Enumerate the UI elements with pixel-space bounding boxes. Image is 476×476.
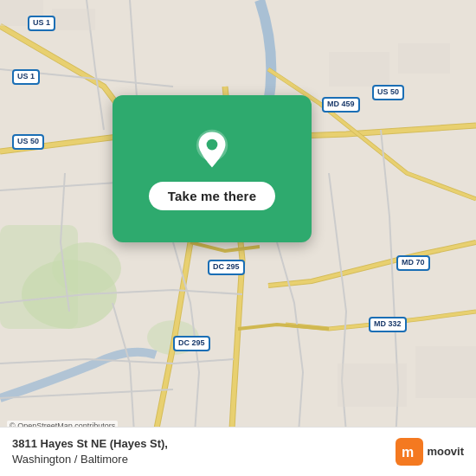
svg-text:m: m	[402, 445, 414, 460]
road-badge-dc295-bottom: DC 295	[173, 336, 210, 351]
road-badge-us50-left: US 50	[12, 134, 44, 150]
bottom-bar: 3811 Hayes St NE (Hayes St), Washington …	[0, 427, 476, 476]
moovit-logo: m moovit	[396, 438, 464, 466]
svg-rect-7	[329, 52, 389, 87]
address-city: Washington / Baltimore	[12, 452, 168, 467]
svg-rect-8	[398, 43, 450, 74]
road-badge-us1-left: US 1	[12, 69, 40, 85]
address-block: 3811 Hayes St NE (Hayes St), Washington …	[12, 436, 168, 467]
road-badge-dc295-center: DC 295	[208, 260, 245, 275]
road-badge-us1-top: US 1	[28, 16, 55, 31]
road-badge-us50-right: US 50	[372, 85, 404, 100]
take-me-there-button[interactable]: Take me there	[149, 182, 275, 210]
road-badge-md70: MD 70	[396, 255, 430, 271]
road-badge-md332: MD 332	[369, 317, 407, 332]
location-card[interactable]: Take me there	[113, 95, 312, 242]
address-street: 3811 Hayes St NE (Hayes St),	[12, 436, 168, 452]
svg-rect-3	[0, 225, 78, 329]
road-badge-md459: MD 459	[322, 97, 360, 113]
svg-rect-10	[415, 346, 476, 398]
svg-rect-6	[52, 9, 95, 30]
moovit-logo-icon: m	[396, 438, 423, 466]
map-container: US 1 US 1 US 50 US 50 MD 459 DC 295 DC 2…	[0, 0, 476, 476]
svg-rect-9	[338, 363, 407, 407]
svg-point-13	[207, 138, 218, 150]
moovit-label: moovit	[427, 445, 464, 458]
location-pin-icon	[190, 128, 234, 171]
